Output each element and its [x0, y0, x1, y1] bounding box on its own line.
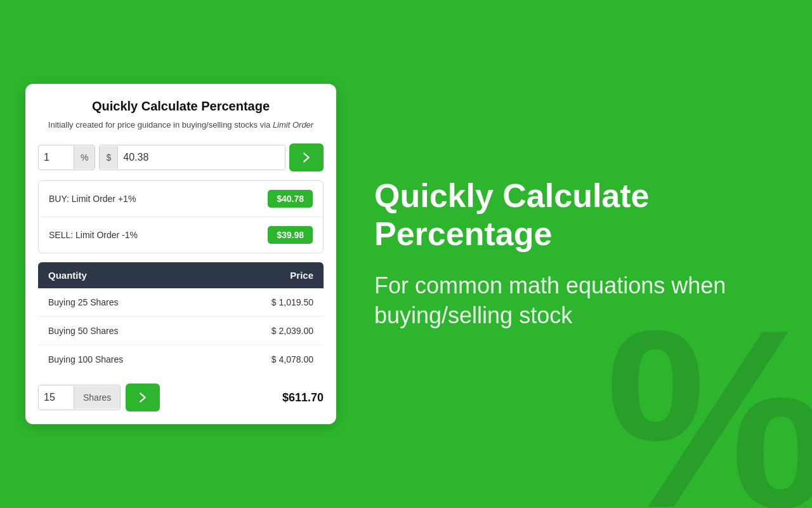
arrow-right-icon — [299, 150, 313, 164]
arrow-right-icon-2 — [136, 391, 150, 404]
percent-symbol: % — [74, 146, 95, 169]
row-label-0: Buying 25 Shares — [48, 297, 119, 307]
buy-label: BUY: Limit Order +1% — [49, 194, 136, 204]
right-panel: % Quickly Calculate Percentage For commo… — [362, 0, 812, 508]
total-value: $611.70 — [282, 391, 324, 404]
row-label-2: Buying 100 Shares — [48, 354, 123, 364]
table-row: Buying 50 Shares $ 2,039.00 — [38, 317, 324, 345]
shares-label: Shares — [74, 386, 120, 409]
row-value-1: $ 2,039.00 — [272, 326, 313, 336]
percent-input[interactable] — [39, 145, 74, 170]
col-price-header: Price — [290, 270, 313, 281]
quantity-table: Quantity Price Buying 25 Shares $ 1,019.… — [38, 262, 324, 373]
card-title: Quickly Calculate Percentage — [38, 99, 324, 114]
table-header: Quantity Price — [38, 262, 324, 288]
row-label-1: Buying 50 Shares — [48, 326, 119, 336]
left-panel: Quickly Calculate Percentage Initially c… — [0, 0, 362, 508]
row-value-0: $ 1,019.50 — [272, 297, 313, 307]
row-value-2: $ 4,078.00 — [272, 354, 313, 364]
price-input-group: $ — [99, 145, 285, 170]
results-box: BUY: Limit Order +1% $40.78 SELL: Limit … — [38, 180, 324, 253]
bottom-row: Shares $611.70 — [38, 384, 324, 411]
go-button[interactable] — [289, 144, 324, 171]
price-input[interactable] — [118, 145, 285, 170]
right-subtitle: For common math equations when buying/se… — [374, 271, 787, 331]
card-subtitle: Initially created for price guidance in … — [38, 119, 324, 131]
sell-label: SELL: Limit Order -1% — [49, 230, 138, 240]
percent-input-group: % — [38, 145, 95, 170]
main-input-row: % $ — [38, 144, 324, 171]
right-title: Quickly Calculate Percentage — [374, 177, 787, 253]
col-quantity-header: Quantity — [48, 270, 87, 281]
calculator-card: Quickly Calculate Percentage Initially c… — [25, 84, 336, 425]
buy-result-row: BUY: Limit Order +1% $40.78 — [39, 181, 323, 217]
buy-badge: $40.78 — [268, 190, 313, 208]
shares-input-group: Shares — [38, 385, 121, 410]
sell-badge: $39.98 — [268, 226, 313, 244]
subtitle-text: Initially created for price guidance in … — [48, 120, 273, 130]
dollar-symbol: $ — [100, 146, 118, 169]
table-row: Buying 25 Shares $ 1,019.50 — [38, 288, 324, 317]
calc-button[interactable] — [126, 384, 160, 411]
sell-result-row: SELL: Limit Order -1% $39.98 — [39, 217, 323, 253]
shares-quantity-input[interactable] — [39, 385, 74, 410]
table-row: Buying 100 Shares $ 4,078.00 — [38, 345, 324, 373]
subtitle-italic: Limit Order — [273, 120, 313, 130]
